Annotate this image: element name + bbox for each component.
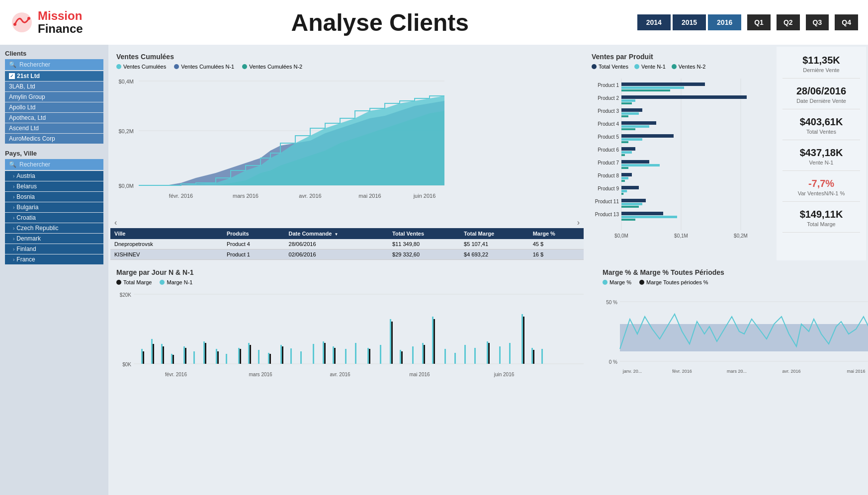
q1-button[interactable]: Q1 [747, 14, 771, 30]
stat-label: Total Marge [782, 221, 860, 227]
svg-rect-71 [217, 351, 219, 364]
col-marge-pct[interactable]: Marge % [529, 228, 584, 239]
marge-percent-svg: 50 % 0 % janv. 20... févr. 2016 mars 20.… [603, 289, 868, 379]
col-date[interactable]: Date Commande ▼ [285, 228, 389, 239]
col-produits[interactable]: Produits [223, 228, 285, 239]
svg-text:$0,2M: $0,2M [118, 128, 134, 134]
logo-area: Mission Finance [10, 9, 83, 36]
svg-rect-35 [226, 354, 227, 364]
produit-bar-n1 [621, 138, 642, 141]
pays-denmark[interactable]: ›Denmark [5, 234, 103, 244]
legend-marge-n1: Marge N-1 [160, 279, 192, 285]
cell-date: 28/06/2016 [285, 239, 389, 249]
cell-marge-pct: 45 $ [529, 260, 584, 261]
produit-bar-total [621, 212, 663, 215]
clients-search-input[interactable] [19, 61, 99, 68]
pays-search-box[interactable]: 🔍 [5, 159, 103, 170]
svg-point-1 [13, 23, 16, 26]
produit-bar-total [621, 147, 635, 151]
client-item-3lab[interactable]: 3LAB, Ltd [5, 82, 103, 91]
svg-text:$0,0M: $0,0M [118, 183, 134, 189]
pays-france[interactable]: ›France [5, 254, 103, 264]
client-item-ascend[interactable]: Ascend Ltd [5, 123, 103, 133]
pays-austria[interactable]: ›Austria [5, 171, 103, 181]
svg-rect-84 [523, 317, 524, 364]
client-item-auromedics[interactable]: AuroMedics Corp [5, 134, 103, 144]
year-2016-button[interactable]: 2016 [708, 14, 741, 30]
ventes-cumulees-title: Ventes Cumulées [116, 53, 578, 61]
pays-croatia[interactable]: ›Croatia [5, 213, 103, 223]
client-item-21st[interactable]: ✓ 21st Ltd [5, 71, 103, 81]
header: Mission Finance Analyse Clients 2014 201… [0, 0, 868, 45]
produit-label: Product 7 [598, 160, 619, 165]
stat-item: $149,11K Total Marge [782, 209, 860, 233]
legend-ventes-n1: Ventes Cumulées N-1 [174, 64, 234, 70]
clients-search-box[interactable]: 🔍 [5, 59, 103, 70]
svg-rect-63 [531, 348, 533, 364]
bottom-row: Marge par Jour N & N-1 Total Marge Marge… [110, 262, 866, 392]
pays-finland[interactable]: ›Finland [5, 244, 103, 254]
produit-bar-n2 [621, 206, 639, 208]
pays-bulgaria[interactable]: ›Bulgaria [5, 202, 103, 212]
produit-label: Product 13 [595, 212, 619, 217]
svg-text:mars 20...: mars 20... [727, 369, 747, 374]
client-item-amylin[interactable]: Amylin Group [5, 92, 103, 102]
svg-rect-85 [533, 350, 534, 364]
svg-rect-29 [161, 344, 163, 364]
stat-value: 28/06/2016 [782, 85, 860, 97]
table-row[interactable]: Hannover Product 11 31/05/2016 $15 135,3… [110, 260, 584, 261]
stat-item: $437,18K Vente N-1 [782, 147, 860, 171]
svg-rect-30 [171, 354, 173, 364]
stat-item: 28/06/2016 Date Dernière Vente [782, 85, 860, 109]
col-total-marge[interactable]: Total Marge [460, 228, 529, 239]
pays-search-input[interactable] [19, 161, 99, 168]
cell-total-marge: $5 107,41 [460, 239, 529, 249]
col-total-ventes[interactable]: Total Ventes [388, 228, 460, 239]
produit-bar-n1 [621, 151, 632, 154]
stat-label: Vente N-1 [782, 160, 860, 165]
svg-rect-70 [205, 343, 206, 364]
legend-marge-pct: Marge % [603, 279, 631, 285]
svg-rect-41 [290, 348, 292, 364]
q3-button[interactable]: Q3 [806, 14, 829, 30]
year-2014-button[interactable]: 2014 [637, 14, 671, 30]
marge-percent-legend: Marge % Marge Toutes périodes % [603, 279, 724, 285]
produit-bar-n1 [621, 86, 684, 89]
col-ville[interactable]: Ville [110, 228, 223, 239]
data-table-section: ‹ › Ville Produits Date Commande ▼ Total… [110, 217, 584, 260]
scroll-left-icon[interactable]: ‹ [114, 218, 117, 227]
stat-label: Var VentesN/N-1 % [782, 190, 860, 196]
scroll-right-icon[interactable]: › [577, 218, 580, 227]
q2-button[interactable]: Q2 [777, 14, 800, 30]
svg-rect-50 [390, 319, 391, 364]
q4-button[interactable]: Q4 [835, 14, 858, 30]
pays-section: Pays, Ville 🔍 ›Austria ›Belarus ›Bosnia … [5, 150, 103, 264]
svg-rect-58 [474, 348, 476, 364]
svg-text:juin 2016: juin 2016 [494, 372, 515, 377]
scroll-controls[interactable]: ‹ › [110, 217, 584, 228]
stat-label: Total Ventes [782, 129, 860, 135]
client-checkbox-21st[interactable]: ✓ [9, 73, 15, 79]
produit-bar-n2 [621, 154, 625, 156]
stat-label: Dernière Vente [782, 67, 860, 73]
produit-label: Product 4 [598, 121, 619, 127]
year-2015-button[interactable]: 2015 [673, 14, 706, 30]
svg-rect-76 [324, 343, 326, 364]
svg-rect-67 [163, 346, 164, 364]
svg-rect-68 [173, 355, 174, 364]
client-item-apollo[interactable]: Apollo Ltd [5, 102, 103, 112]
marge-percent-chart: Marge % & Marge % Toutes Périodes Marge … [597, 262, 868, 392]
produit-bar-n2 [621, 128, 635, 130]
pays-czech[interactable]: ›Czech Republic [5, 223, 103, 233]
ventes-produit-title: Ventes par Produit [592, 53, 769, 61]
cell-total-ventes: $11 349,80 [388, 239, 460, 249]
table-row[interactable]: KISHINEV Product 1 02/06/2016 $29 332,60… [110, 249, 584, 260]
table-row[interactable]: Dnepropetrovsk Product 4 28/06/2016 $11 … [110, 239, 584, 249]
svg-rect-27 [141, 349, 143, 364]
pays-bosnia[interactable]: ›Bosnia [5, 192, 103, 202]
client-item-apotheca[interactable]: Apotheca, Ltd [5, 113, 103, 123]
sidebar: Clients 🔍 ✓ 21st Ltd 3LAB, Ltd Amylin Gr… [0, 45, 108, 495]
svg-rect-72 [240, 349, 241, 364]
pays-belarus[interactable]: ›Belarus [5, 181, 103, 191]
svg-text:mai 2016: mai 2016 [409, 372, 430, 377]
